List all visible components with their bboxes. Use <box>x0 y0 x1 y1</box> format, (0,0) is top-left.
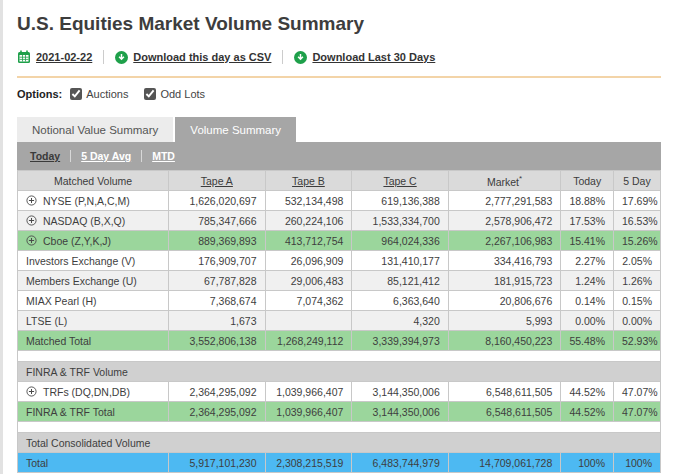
row-label: Members Exchange (U) <box>18 271 169 291</box>
market-footnote-asterisk: * <box>519 174 522 183</box>
expand-icon[interactable] <box>26 195 37 206</box>
tab-volume-summary[interactable]: Volume Summary <box>175 117 296 142</box>
volume-table: Matched Volume Tape A Tape B Tape C Mark… <box>17 170 661 473</box>
row-label[interactable]: TRFs (DQ,DN,DB) <box>18 382 169 402</box>
table-row: MIAX Pearl (H)7,368,6747,074,3626,363,64… <box>18 291 661 311</box>
row-label: Investors Exchange (V) <box>18 251 169 271</box>
cell-value: 47.07% <box>614 382 661 402</box>
col-header-today: Today <box>561 171 614 191</box>
cell-value: 6,548,611,505 <box>448 382 561 402</box>
auctions-option[interactable]: Auctions <box>70 88 128 100</box>
row-label: FINRA & TRF Total <box>18 402 169 422</box>
cell-value: 2.27% <box>561 251 614 271</box>
cell-value: 2,267,106,983 <box>448 231 561 251</box>
cell-value: 889,369,893 <box>169 231 265 251</box>
row-label: LTSE (L) <box>18 311 169 331</box>
section-title: Total Consolidated Volume <box>18 433 661 453</box>
spacer-cell <box>18 422 661 433</box>
options-label: Options: <box>17 88 62 100</box>
cell-value: 7,368,674 <box>169 291 265 311</box>
toolbar-separator <box>282 50 283 64</box>
cell-value: 181,915,723 <box>448 271 561 291</box>
cell-value: 0.00% <box>561 311 614 331</box>
col-header-market: Market* <box>448 171 561 191</box>
download-30days-label: Download Last 30 Days <box>312 51 435 63</box>
tab-notional-value-summary[interactable]: Notional Value Summary <box>17 117 173 142</box>
calendar-icon <box>17 50 31 64</box>
row-label[interactable]: NYSE (P,N,A,C,M) <box>18 191 169 211</box>
toolbar-separator <box>103 50 104 64</box>
subnav-mtd-link[interactable]: MTD <box>152 150 175 162</box>
cell-value: 1,673 <box>169 311 265 331</box>
odd-lots-option[interactable]: Odd Lots <box>144 88 205 100</box>
cell-value: 619,136,388 <box>352 191 448 211</box>
auctions-checkbox[interactable] <box>70 88 82 100</box>
cell-value: 413,712,754 <box>265 231 352 251</box>
tab-bar: Notional Value Summary Volume Summary <box>17 117 661 142</box>
subnav-5day-avg-link[interactable]: 5 Day Avg <box>81 150 131 162</box>
col-header-tape-a[interactable]: Tape A <box>169 171 265 191</box>
cell-value: 67,787,828 <box>169 271 265 291</box>
section-header-row: Total Consolidated Volume <box>18 433 661 453</box>
col-header-matched-volume: Matched Volume <box>18 171 169 191</box>
cell-value: 5,993 <box>448 311 561 331</box>
subnav-separator <box>141 150 142 162</box>
cell-value: 532,134,498 <box>265 191 352 211</box>
cell-value: 2,777,291,583 <box>448 191 561 211</box>
auctions-label: Auctions <box>86 88 128 100</box>
cell-value: 131,410,177 <box>352 251 448 271</box>
expand-icon[interactable] <box>26 215 37 226</box>
cell-value: 17.53% <box>561 211 614 231</box>
cell-value: 1,039,966,407 <box>265 402 352 422</box>
download-icon <box>115 51 128 64</box>
table-row: Members Exchange (U)67,787,82829,006,483… <box>18 271 661 291</box>
table-header-row: Matched Volume Tape A Tape B Tape C Mark… <box>18 171 661 191</box>
cell-value: 1,626,020,697 <box>169 191 265 211</box>
download-icon <box>294 51 307 64</box>
table-row: FINRA & TRF Total2,364,295,0921,039,966,… <box>18 402 661 422</box>
cell-value: 18.88% <box>561 191 614 211</box>
expand-icon[interactable] <box>26 386 37 397</box>
cell-value: 1,268,249,112 <box>265 331 352 351</box>
cell-value: 3,144,350,006 <box>352 402 448 422</box>
cell-value: 14,709,061,728 <box>448 453 561 473</box>
cell-value: 2.05% <box>614 251 661 271</box>
cell-value: 29,006,483 <box>265 271 352 291</box>
spacer-cell <box>18 351 661 362</box>
cell-value: 1.24% <box>561 271 614 291</box>
cell-value: 0.15% <box>614 291 661 311</box>
cell-value: 3,339,394,973 <box>352 331 448 351</box>
volume-summary-page: U.S. Equities Market Volume Summary 2021… <box>0 0 688 473</box>
table-row: LTSE (L)1,6734,3205,9930.00%0.00% <box>18 311 661 331</box>
cell-value: 44.52% <box>561 402 614 422</box>
table-row: Matched Total3,552,806,1381,268,249,1123… <box>18 331 661 351</box>
col-header-tape-c[interactable]: Tape C <box>352 171 448 191</box>
cell-value: 1,039,966,407 <box>265 382 352 402</box>
row-label: Matched Total <box>18 331 169 351</box>
section-header-row: FINRA & TRF Volume <box>18 362 661 382</box>
cell-value: 2,364,295,092 <box>169 402 265 422</box>
date-link[interactable]: 2021-02-22 <box>17 50 92 64</box>
col-header-tape-b[interactable]: Tape B <box>265 171 352 191</box>
cell-value: 334,416,793 <box>448 251 561 271</box>
cell-value: 4,320 <box>352 311 448 331</box>
row-label: MIAX Pearl (H) <box>18 291 169 311</box>
cell-value: 6,363,640 <box>352 291 448 311</box>
cell-value: 176,909,707 <box>169 251 265 271</box>
cell-value: 17.69% <box>614 191 661 211</box>
cell-value: 5,917,101,230 <box>169 453 265 473</box>
download-csv-link[interactable]: Download this day as CSV <box>115 51 271 64</box>
odd-lots-checkbox[interactable] <box>144 88 156 100</box>
row-label: Total <box>18 453 169 473</box>
download-30days-link[interactable]: Download Last 30 Days <box>294 51 435 64</box>
subnav-today-link[interactable]: Today <box>30 150 60 162</box>
cell-value: 20,806,676 <box>448 291 561 311</box>
row-label[interactable]: Cboe (Z,Y,K,J) <box>18 231 169 251</box>
cell-value: 26,096,909 <box>265 251 352 271</box>
page-left-edge <box>0 0 3 474</box>
cell-value: 260,224,106 <box>265 211 352 231</box>
cell-value: 52.93% <box>614 331 661 351</box>
toolbar: 2021-02-22 Download this day as CSV Down… <box>17 48 661 66</box>
row-label[interactable]: NASDAQ (B,X,Q) <box>18 211 169 231</box>
expand-icon[interactable] <box>26 235 37 246</box>
